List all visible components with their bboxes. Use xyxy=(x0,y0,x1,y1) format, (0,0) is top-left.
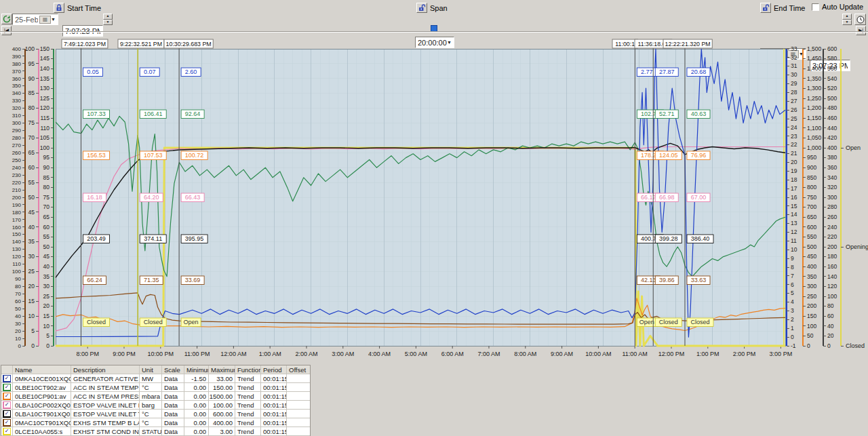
svg-text:15: 15 xyxy=(791,203,797,210)
svg-text:3:00 PM: 3:00 PM xyxy=(770,351,793,357)
svg-text:330: 330 xyxy=(12,98,22,104)
svg-text:230: 230 xyxy=(12,172,22,178)
end-time-lock-button[interactable] xyxy=(760,3,771,13)
tag-minimum: 0.00 xyxy=(184,410,209,418)
svg-text:16: 16 xyxy=(791,194,797,201)
tag-visibility-checkbox[interactable]: ✓ xyxy=(3,393,11,400)
svg-text:6:00 AM: 6:00 AM xyxy=(441,351,464,357)
svg-text:Opening: Opening xyxy=(846,243,868,250)
span-lock-button[interactable] xyxy=(416,3,427,13)
table-row[interactable]: ✓0LBA10CP002XQ01:avESTOP VALVE INLET PRE… xyxy=(1,401,310,410)
svg-text:2.77: 2.77 xyxy=(641,68,653,75)
auto-update-checkbox[interactable] xyxy=(812,3,819,11)
clock-button[interactable] xyxy=(854,14,866,25)
svg-text:45: 45 xyxy=(28,209,35,216)
svg-text:800: 800 xyxy=(807,184,816,191)
svg-text:8: 8 xyxy=(791,264,794,271)
tag-scale: Data xyxy=(162,392,184,400)
svg-text:4:00 AM: 4:00 AM xyxy=(368,351,391,357)
svg-text:60: 60 xyxy=(28,164,35,171)
tag-scale: Data xyxy=(162,410,184,418)
svg-text:95: 95 xyxy=(28,60,35,67)
svg-text:10:30:29.683 PM: 10:30:29.683 PM xyxy=(166,41,212,47)
svg-text:40.63: 40.63 xyxy=(691,111,707,117)
table-row[interactable]: ✓0LCE10AA055:sEXHST STM COND INJ V/VSTAT… xyxy=(1,427,310,436)
start-date-field[interactable]: 25-Feb-19 ▦ ▼ xyxy=(12,14,58,25)
svg-text:320: 320 xyxy=(12,105,22,111)
column-header-offset[interactable]: Offset xyxy=(287,365,309,374)
column-header-function[interactable]: Function xyxy=(235,365,261,374)
svg-text:76.96: 76.96 xyxy=(691,152,707,159)
column-header-description[interactable]: Description xyxy=(71,365,140,374)
svg-text:110: 110 xyxy=(40,125,50,132)
value-callout: 386.40 xyxy=(687,235,713,243)
value-callout: 399.28 xyxy=(655,235,682,243)
svg-text:220: 220 xyxy=(12,180,22,186)
svg-text:400: 400 xyxy=(807,263,816,270)
clock-icon xyxy=(856,16,865,24)
tag-visibility-checkbox[interactable]: ✓ xyxy=(3,419,11,427)
table-row[interactable]: ✓0LBE10CT902:avACC IN STEAM TEMP°CData0.… xyxy=(1,383,310,392)
tag-visibility-checkbox[interactable]: ✓ xyxy=(3,410,11,418)
calendar-icon[interactable]: ▦ xyxy=(39,16,51,24)
tag-scale: Data xyxy=(162,383,184,391)
table-row[interactable]: ✓0MKA10CE001XQ01:avGENERATOR ACTIVE POWE… xyxy=(1,374,310,383)
svg-text:140: 140 xyxy=(827,273,837,280)
column-header-unit[interactable]: Unit xyxy=(140,365,162,374)
svg-text:20.68: 20.68 xyxy=(691,68,707,75)
svg-text:24: 24 xyxy=(791,124,797,131)
tag-visibility-checkbox[interactable]: ✓ xyxy=(3,401,11,409)
tag-visibility-checkbox[interactable]: ✓ xyxy=(3,428,11,435)
table-row[interactable]: ✓0MAC10CT901XQ01:avEXHS STM TEMP B LAST … xyxy=(1,418,310,427)
svg-text:7:00 AM: 7:00 AM xyxy=(477,351,500,357)
tag-name: 0MAC10CT901XQ01:av xyxy=(13,418,71,427)
tag-visibility-checkbox[interactable]: ✓ xyxy=(3,375,11,382)
tag-minimum: -1.50 xyxy=(184,374,209,382)
svg-text:66.98: 66.98 xyxy=(659,194,675,201)
start-time-spinner[interactable]: ▲▼ xyxy=(103,14,113,25)
svg-text:50: 50 xyxy=(807,332,814,339)
column-header-maximum[interactable]: Maximum xyxy=(209,365,235,374)
svg-text:150: 150 xyxy=(12,231,22,237)
svg-text:-1: -1 xyxy=(791,342,796,349)
tag-color-cell: ✓ xyxy=(1,374,13,382)
svg-text:170: 170 xyxy=(12,217,22,223)
svg-text:14: 14 xyxy=(791,211,797,218)
svg-text:9:00 AM: 9:00 AM xyxy=(551,351,573,357)
column-header-name[interactable]: Name xyxy=(13,365,71,374)
tag-visibility-checkbox[interactable]: ✓ xyxy=(3,384,11,391)
trend-chart[interactable]: 0102030405060708090100110120130140150160… xyxy=(0,33,868,361)
svg-text:140: 140 xyxy=(12,239,22,245)
column-header-minimun[interactable]: Minimun xyxy=(184,365,209,374)
svg-text:125: 125 xyxy=(40,95,50,102)
value-callout: 39.86 xyxy=(655,276,678,285)
svg-text:Closed: Closed xyxy=(659,319,678,325)
svg-text:270: 270 xyxy=(12,142,22,148)
svg-text:71.35: 71.35 xyxy=(144,277,159,283)
svg-text:29: 29 xyxy=(791,80,797,87)
svg-text:26: 26 xyxy=(791,106,797,113)
value-callout: Closed xyxy=(83,318,109,327)
start-time-lock-button[interactable] xyxy=(54,3,64,13)
svg-text:120: 120 xyxy=(12,254,22,260)
tag-unit: °C xyxy=(140,418,162,427)
svg-text:Open: Open xyxy=(639,319,654,325)
svg-text:11: 11 xyxy=(791,237,797,244)
svg-text:25: 25 xyxy=(43,293,50,300)
svg-text:400: 400 xyxy=(827,144,837,151)
table-row[interactable]: ✓0LBE10CP901:avACC IN STEAM PRESSmbaraDa… xyxy=(1,392,310,401)
svg-text:1,400: 1,400 xyxy=(807,65,822,72)
value-callout: 66.43 xyxy=(181,193,204,202)
value-callout: 0.07 xyxy=(140,68,159,77)
svg-text:107.33: 107.33 xyxy=(87,111,106,117)
tag-function: Trend xyxy=(235,401,261,409)
chevron-down-icon[interactable]: ▼ xyxy=(51,17,56,22)
table-row[interactable]: ✓0LBA10CT901XQ01:avESTOP VALVE INLET TEM… xyxy=(1,410,310,418)
tag-color-cell: ✓ xyxy=(1,401,13,409)
refresh-button[interactable] xyxy=(1,14,12,24)
column-header-period[interactable]: Period xyxy=(261,365,287,374)
svg-text:9:00 PM: 9:00 PM xyxy=(113,351,136,357)
svg-text:350: 350 xyxy=(807,273,816,280)
end-time-spinner[interactable]: ▲▼ xyxy=(842,14,852,25)
column-header-scale[interactable]: Scale xyxy=(162,365,184,374)
